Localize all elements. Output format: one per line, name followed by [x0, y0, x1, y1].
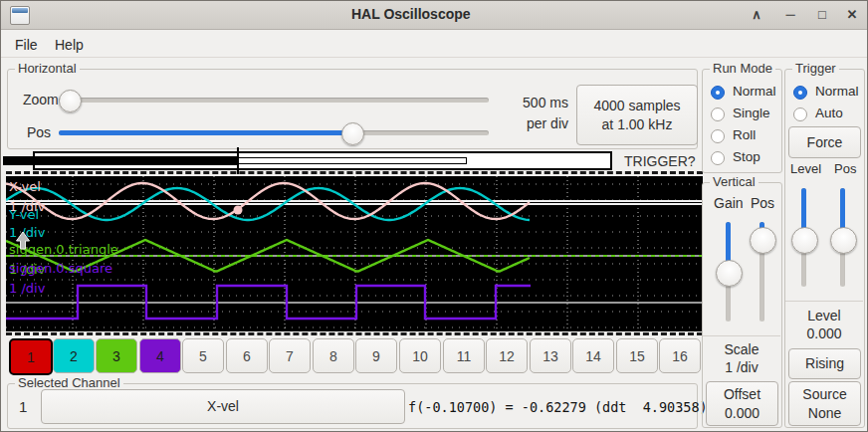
sample-marker-dot — [234, 206, 243, 215]
zoom-label: Zoom — [23, 92, 59, 108]
selected-channel-title: Selected Channel — [15, 375, 123, 390]
radio-icon[interactable] — [711, 151, 725, 165]
radio-icon[interactable] — [711, 108, 725, 121]
offset-label: Offset — [724, 385, 760, 404]
edge-button[interactable]: Rising — [788, 348, 861, 379]
run-mode-title: Run Mode — [710, 61, 775, 76]
vertical-pos-label: Pos — [751, 195, 774, 211]
trigger-level-label: Level — [790, 161, 821, 176]
menu-help[interactable]: Help — [49, 35, 90, 55]
radio-label: Normal — [815, 84, 859, 99]
trigger-pos-slider-handle[interactable] — [830, 227, 857, 254]
channel-button-5[interactable]: 5 — [182, 338, 224, 373]
horizontal-panel-title: Horizontal — [15, 61, 80, 76]
channel-button-2[interactable]: 2 — [53, 338, 95, 373]
trigger-pos-label: Pos — [834, 161, 856, 176]
channel-button-6[interactable]: 6 — [226, 338, 268, 373]
record-view-window[interactable] — [238, 157, 467, 164]
radio-icon[interactable] — [711, 86, 725, 100]
run-mode-radios: NormalSingleRollStop — [711, 83, 778, 170]
timebase-line1: 500 ms — [499, 93, 568, 113]
source-value: None — [808, 404, 841, 423]
channel-button-13[interactable]: 13 — [530, 338, 571, 373]
samples-button[interactable]: 4000 samples at 1.00 kHz — [576, 85, 698, 145]
channel-button-row: 12345678910111213141516 — [1, 338, 704, 372]
app-window: HAL Oscilloscope ∧ ─ □ ✕ File Help Horiz… — [0, 0, 868, 432]
pos-slider-fill — [59, 130, 353, 135]
channel-button-3[interactable]: 3 — [96, 338, 137, 373]
channel-button-10[interactable]: 10 — [399, 338, 441, 373]
channel-button-1[interactable]: 1 — [9, 338, 53, 375]
radio-label: Normal — [733, 84, 776, 99]
channel-button-15[interactable]: 15 — [616, 338, 658, 373]
channel-button-11[interactable]: 11 — [443, 338, 485, 373]
radio-option-auto[interactable]: Auto — [793, 105, 861, 126]
samples-line2: at 1.00 kHz — [602, 115, 673, 134]
gain-label: Gain — [714, 195, 744, 211]
record-filled-bar — [3, 156, 238, 165]
radio-label: Auto — [815, 106, 843, 120]
window-icon[interactable] — [10, 6, 30, 25]
radio-icon[interactable] — [711, 129, 725, 143]
samples-line1: 4000 samples — [593, 97, 680, 115]
scope-channel-name: siggen.0.square — [9, 262, 112, 276]
maximize-button[interactable]: □ — [809, 5, 835, 25]
channel-button-14[interactable]: 14 — [572, 338, 614, 373]
scale-value: 1 /div — [703, 359, 780, 375]
channel-button-9[interactable]: 9 — [355, 338, 397, 373]
radio-option-roll[interactable]: Roll — [711, 126, 778, 148]
vertical-title: Vertical — [710, 174, 759, 189]
radio-option-normal[interactable]: Normal — [711, 83, 778, 105]
radio-label: Single — [733, 106, 770, 120]
force-button[interactable]: Force — [788, 126, 861, 158]
channel-source-button[interactable]: X-vel — [41, 389, 405, 424]
radio-icon[interactable] — [793, 86, 807, 100]
scope-border-bottom — [6, 332, 703, 335]
radio-option-stop[interactable]: Stop — [711, 148, 778, 170]
window-title: HAL Oscilloscope — [351, 6, 471, 22]
gain-slider-handle[interactable] — [716, 260, 743, 287]
pos-slider-handle[interactable] — [341, 122, 364, 145]
radio-icon[interactable] — [793, 108, 807, 121]
timebase-readout: 500 ms per div — [499, 93, 568, 134]
minimize-button[interactable]: ─ — [777, 5, 803, 25]
channel-button-12[interactable]: 12 — [486, 338, 528, 373]
scope-channel-scale: 1 /div — [9, 282, 45, 296]
channel-button-8[interactable]: 8 — [313, 338, 354, 373]
selected-channel-number: 1 — [19, 398, 27, 415]
radio-option-normal[interactable]: Normal — [793, 83, 861, 105]
shade-button[interactable]: ∧ — [744, 5, 769, 25]
offset-value: 0.000 — [725, 404, 760, 423]
menu-bar: File Help — [1, 30, 867, 58]
timebase-line2: per div — [499, 113, 568, 134]
vertical-pos-slider-handle[interactable] — [750, 227, 776, 254]
offset-button[interactable]: Offset 0.000 — [706, 381, 778, 426]
zoom-slider[interactable] — [59, 98, 489, 103]
radio-label: Stop — [733, 149, 760, 164]
trigger-question-label: TRIGGER? — [624, 153, 696, 169]
trigger-position-tick — [237, 147, 239, 174]
trigger-level-slider-handle[interactable] — [791, 227, 818, 254]
trigger-title: Trigger — [792, 61, 839, 76]
source-label: Source — [802, 385, 846, 404]
mouse-cursor-icon — [15, 231, 31, 250]
close-button[interactable]: ✕ — [839, 5, 865, 25]
scope-channel-name: X-vel — [9, 180, 41, 194]
level-readout-value: 0.000 — [785, 325, 863, 341]
scope-border-top — [6, 171, 703, 174]
value-readout: f(-0.10700) = -0.62279 (ddt 4.90358) — [408, 399, 708, 415]
radio-option-single[interactable]: Single — [711, 105, 778, 126]
scope-channel-name: Y-vel — [9, 208, 39, 222]
vertical-separator — [703, 335, 780, 336]
menu-file[interactable]: File — [9, 35, 44, 55]
title-bar: HAL Oscilloscope ∧ ─ □ ✕ — [1, 1, 867, 30]
scope-display[interactable]: X-vel1 /divY-vel1 /divsiggen.0.triangle1… — [6, 176, 703, 331]
channel-button-7[interactable]: 7 — [269, 338, 311, 373]
channel-button-4[interactable]: 4 — [139, 338, 181, 373]
channel-button-16[interactable]: 16 — [659, 338, 701, 373]
trigger-source-button[interactable]: Source None — [788, 381, 861, 426]
zoom-slider-handle[interactable] — [59, 90, 82, 112]
trigger-radios: NormalAuto — [793, 83, 861, 126]
run-mode-panel: Run Mode NormalSingleRollStop — [702, 69, 782, 173]
level-readout-label: Level — [785, 308, 863, 324]
